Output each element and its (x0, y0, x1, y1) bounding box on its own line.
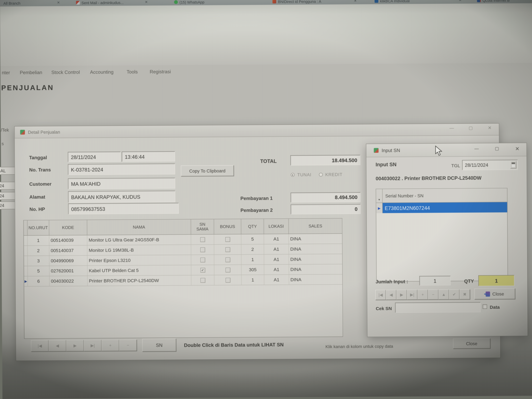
cell-no-urut[interactable]: 1 (28, 235, 49, 246)
col-header-sales[interactable]: SALES (289, 218, 342, 234)
nav-button[interactable]: ▶| (407, 290, 418, 300)
close-sn-button[interactable]: Close (475, 288, 515, 299)
cell-qty[interactable]: 305 (241, 265, 264, 275)
cell-lokasi[interactable]: A1 (264, 244, 289, 254)
dialog-titlebar[interactable]: Input SN — ▢ ✕ (366, 143, 526, 157)
table-row[interactable]: 5027620001Kabel UTP Belden Cat 5✓305A1DI… (24, 264, 342, 276)
nav-button[interactable]: ◀ (49, 340, 66, 352)
cell-kode[interactable]: 005140039 (49, 235, 87, 245)
bonus-checkbox[interactable] (225, 257, 230, 262)
sn-button[interactable]: SN (142, 338, 176, 352)
cell-no-urut[interactable]: 3 (28, 256, 50, 266)
table-row[interactable]: 1005140039Monitor LG Ultra Gear 24GS50F-… (24, 234, 342, 246)
menu-item-registrasi[interactable]: Registrasi (150, 69, 171, 74)
nav-button[interactable]: ▶| (84, 340, 102, 351)
cek-sn-field[interactable] (395, 302, 481, 313)
bonus-checkbox[interactable] (225, 237, 230, 242)
sn-column-header[interactable]: Serial Number - SN (382, 188, 507, 203)
cell-qty[interactable]: 1 (241, 275, 264, 285)
sn-sama-checkbox[interactable] (200, 237, 205, 242)
tab-close-icon[interactable]: ✕ (354, 0, 357, 3)
row-marker-icon[interactable] (24, 236, 28, 246)
cell-sales[interactable]: DINA (289, 244, 342, 254)
no-trans-field[interactable]: K-03781-2024 (68, 164, 175, 175)
cell-qty[interactable]: 2 (241, 244, 264, 254)
browser-tab[interactable]: QLola Internet B (477, 0, 510, 3)
table-row[interactable]: 3004990069Printer Epson L32101A1DINA (24, 254, 342, 266)
cell-no-urut[interactable]: 5 (28, 266, 50, 276)
dialog-titlebar[interactable]: Detail Penjualan — ▢ ✕ (15, 124, 499, 138)
no-hp-field[interactable]: 085799637553 (68, 203, 179, 214)
browser-tab[interactable]: BNIDirect id Pengguna : A (272, 0, 321, 4)
menu-item-stock-control[interactable]: Stock Control (51, 70, 80, 75)
close-button[interactable]: Close (453, 338, 490, 349)
pembayaran2-field[interactable]: 0 (291, 204, 361, 214)
cell-lokasi[interactable]: A1 (264, 234, 289, 244)
table-row[interactable]: 2005140037Monitor LG 19M38L-B2A1DINA (24, 244, 342, 256)
time-field[interactable]: 13:46:44 (122, 151, 175, 162)
bonus-checkbox[interactable] (214, 265, 241, 275)
cell-nama[interactable]: Printer Epson L3210 (87, 255, 191, 266)
menu-item-pembelian[interactable]: Pembelian (20, 70, 42, 75)
sn-sama-checkbox[interactable] (191, 245, 214, 255)
cell-nama[interactable]: Printer BROTHER DCP-L2540DW (88, 275, 191, 286)
cell-qty[interactable]: 5 (241, 234, 264, 244)
cell-nama[interactable]: Kabel UTP Belden Cat 5 (88, 265, 191, 276)
table-row[interactable]: ▶6004030022Printer BROTHER DCP-L2540DW1A… (24, 274, 342, 287)
pembayaran1-field[interactable]: 8.494.500 (291, 192, 361, 203)
tab-close-icon[interactable]: ✕ (459, 0, 462, 2)
tunai-radio[interactable]: ● (291, 173, 295, 177)
sn-sama-checkbox[interactable]: ✓ (200, 268, 205, 272)
copy-to-clipboard-button[interactable]: Copy To Clipboard (181, 165, 234, 176)
bonus-checkbox[interactable] (225, 267, 230, 272)
nav-button[interactable]: + (418, 290, 428, 300)
cell-kode[interactable]: 005140037 (49, 245, 88, 255)
cell-kode[interactable]: 027620001 (50, 266, 88, 276)
bonus-checkbox[interactable] (225, 247, 230, 252)
col-header-kode[interactable]: KODE (49, 220, 87, 235)
row-marker-icon[interactable] (24, 266, 28, 276)
tab-close-icon[interactable]: ✕ (57, 1, 60, 4)
nav-button[interactable]: + (101, 340, 119, 351)
col-header-sn-sama[interactable]: SN SAMA (191, 219, 214, 234)
browser-tab[interactable]: klikBCA Individual (374, 0, 410, 3)
minimize-icon[interactable]: — (472, 146, 481, 152)
cell-lokasi[interactable]: A1 (264, 275, 289, 285)
cell-lokasi[interactable]: A1 (264, 254, 289, 264)
nav-button[interactable]: ▶ (396, 290, 407, 300)
cell-sales[interactable]: DINA (289, 274, 342, 285)
cell-sales[interactable]: DINA (289, 234, 342, 244)
cell-sales[interactable]: DINA (289, 254, 342, 264)
row-marker-icon[interactable]: ▶ (24, 276, 28, 286)
browser-tab[interactable]: (15) WhatsApp (174, 0, 204, 5)
bonus-checkbox[interactable] (214, 245, 241, 254)
tab-close-icon[interactable]: ✕ (145, 0, 148, 4)
col-header-lokasi[interactable]: LOKASI (264, 219, 289, 234)
tgl-field[interactable]: 28/11/2024 (462, 160, 518, 170)
sn-sama-checkbox[interactable] (191, 234, 214, 245)
menu-item-tools[interactable]: Tools (127, 69, 138, 75)
qty-field[interactable]: 1 (478, 275, 514, 286)
bonus-checkbox[interactable] (225, 278, 230, 282)
customer-field[interactable]: MA MA'AHID (68, 178, 175, 189)
nav-button[interactable]: − (119, 340, 137, 351)
cell-lokasi[interactable]: A1 (264, 265, 289, 275)
kredit-radio[interactable] (319, 173, 323, 177)
cell-sales[interactable]: DINA (289, 264, 342, 274)
browser-tab[interactable]: Sent Mail - adminkudus... (76, 0, 124, 5)
nav-button[interactable]: ▲ (438, 289, 449, 300)
bonus-checkbox[interactable] (215, 275, 242, 285)
nav-button[interactable]: |◀ (31, 340, 49, 352)
sn-row-selected[interactable]: ▶ E73801M2N607244 (376, 202, 507, 213)
tanggal-field[interactable]: 28/11/2024 (68, 152, 121, 162)
cell-nama[interactable]: Monitor LG 19M38L-B (87, 245, 191, 255)
col-header-nama[interactable]: NAMA (87, 219, 191, 235)
cell-no-urut[interactable]: 2 (28, 246, 49, 256)
nav-button[interactable]: ▶ (66, 340, 84, 351)
alamat-field[interactable]: BAKALAN KRAPYAK, KUDUS (68, 191, 175, 203)
sn-sama-checkbox[interactable] (191, 275, 215, 285)
col-header-qty[interactable]: QTY (241, 219, 264, 234)
nav-button[interactable]: |◀ (375, 290, 386, 300)
calendar-icon[interactable] (510, 161, 516, 169)
bonus-checkbox[interactable] (214, 234, 241, 244)
